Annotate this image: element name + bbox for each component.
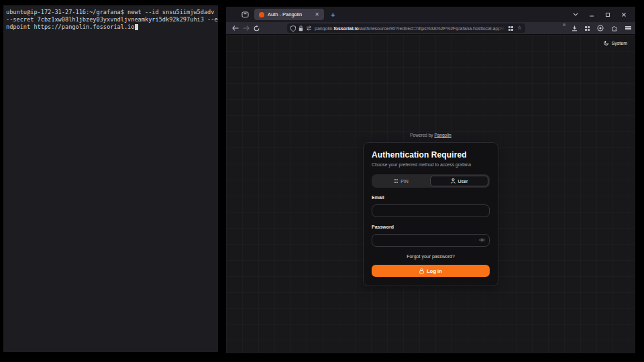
forgot-password-link[interactable]: Forgot your password? — [372, 254, 490, 259]
lock-icon[interactable] — [299, 25, 303, 32]
tab-user-label: User — [458, 179, 468, 184]
bookmark-star-icon[interactable]: ☆ — [517, 25, 522, 31]
tab-close-icon[interactable]: ✕ — [315, 12, 319, 17]
pangolin-favicon-icon — [259, 12, 264, 17]
toolbar-extensions — [557, 22, 631, 34]
powered-by: Powered by Pangolin — [363, 133, 498, 137]
user-icon — [451, 178, 455, 184]
exchange-arrows-icon[interactable] — [306, 25, 312, 31]
auth-page: System Powered by Pangolin Authenticatio… — [226, 35, 635, 353]
theme-toggle[interactable]: System — [604, 40, 627, 46]
tab-bar: Auth - Pangolin ✕ + — [226, 7, 635, 22]
password-label: Password — [372, 225, 490, 229]
window-controls — [572, 11, 627, 18]
forward-button[interactable] — [242, 23, 250, 33]
browser-tab-auth-pangolin[interactable]: Auth - Pangolin ✕ — [254, 9, 324, 20]
maximize-button[interactable] — [604, 11, 611, 18]
urlbar-actions: ☆ — [508, 25, 522, 31]
shield-permissions-icon[interactable] — [290, 25, 296, 32]
tab-user[interactable]: User — [430, 176, 488, 186]
password-field[interactable] — [372, 234, 490, 247]
page-action-grid-icon[interactable] — [508, 26, 513, 31]
email-label: Email — [372, 195, 490, 200]
url-path: /auth/resource/90?redirect=https%3A%2F%2… — [359, 26, 505, 31]
terminal-line: ndpoint https://pangolin.fossorial.io — [6, 23, 215, 31]
browser-window: Auth - Pangolin ✕ + — [226, 7, 635, 353]
tab-pin-label: PIN — [400, 179, 409, 184]
terminal-window[interactable]: ubuntu@ip-172-31-27-116:~/grafana$ newt … — [3, 5, 218, 352]
close-window-button[interactable] — [621, 11, 627, 18]
auth-method-tabs: PIN User — [372, 174, 490, 188]
login-lock-icon — [419, 268, 424, 274]
url-fade — [496, 26, 506, 31]
login-label: Log in — [427, 268, 442, 274]
tab-title: Auth - Pangolin — [268, 11, 309, 17]
card-title: Authentication Required — [372, 150, 490, 160]
url-text[interactable]: pangolin.fossorial.io/auth/resource/90?r… — [315, 26, 506, 31]
card-subtitle: Choose your preferred method to access g… — [372, 162, 490, 167]
terminal-line: ubuntu@ip-172-31-27-116:~/grafana$ newt … — [6, 9, 215, 16]
record-circle-icon[interactable] — [597, 22, 604, 34]
moon-icon — [604, 40, 609, 46]
firefox-view-icon[interactable] — [239, 9, 250, 20]
ublock-origin-icon[interactable] — [557, 25, 564, 32]
list-tabs-chevron-icon[interactable] — [572, 11, 579, 18]
show-password-eye-icon[interactable] — [479, 238, 485, 242]
email-field[interactable] — [372, 204, 490, 217]
desktop: ubuntu@ip-172-31-27-116:~/grafana$ newt … — [0, 0, 644, 362]
terminal-cursor — [135, 24, 138, 30]
pin-keypad-icon — [394, 179, 398, 184]
url-subdomain: pangolin. — [315, 26, 333, 31]
url-bar[interactable]: pangolin.fossorial.io/auth/resource/90?r… — [287, 23, 525, 33]
menu-hamburger-icon[interactable] — [625, 26, 631, 31]
new-tab-button[interactable]: + — [331, 11, 335, 19]
theme-label: System — [612, 41, 627, 46]
url-domain: fossorial.io — [333, 26, 358, 31]
auth-card: Authentication Required Choose your pref… — [363, 142, 498, 286]
navigation-bar: pangolin.fossorial.io/auth/resource/90?r… — [226, 22, 635, 35]
terminal-line: --secret 7cbz1xw08lh1jbzey03yxvndljvneam… — [6, 16, 215, 23]
auth-column: Powered by Pangolin Authentication Requi… — [363, 133, 498, 286]
login-button[interactable]: Log in — [372, 265, 490, 277]
pangolin-link[interactable]: Pangolin — [434, 133, 451, 137]
minimize-button[interactable] — [588, 11, 595, 18]
extensions-puzzle-icon[interactable] — [611, 22, 618, 34]
extension-grid-icon[interactable] — [585, 26, 590, 31]
tab-pin[interactable]: PIN — [373, 176, 430, 186]
back-button[interactable] — [231, 23, 239, 33]
downloads-icon[interactable] — [572, 22, 578, 34]
reload-button[interactable] — [252, 23, 260, 33]
